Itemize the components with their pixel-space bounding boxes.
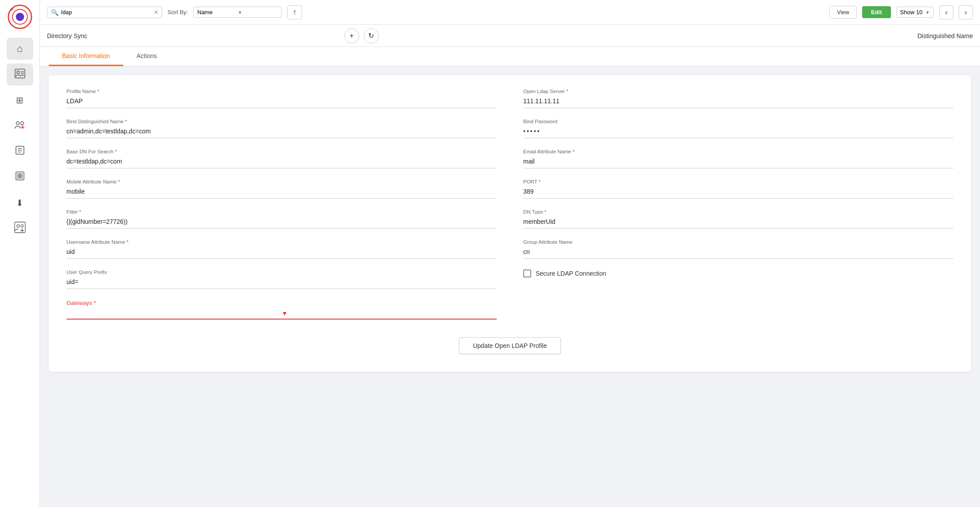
gateways-dropdown[interactable]: ▼ xyxy=(66,308,497,320)
group-attr-value: cn xyxy=(523,246,953,259)
group-attr-field: Group Attribute Name cn xyxy=(523,239,953,259)
secure-ldap-checkbox[interactable] xyxy=(523,269,531,277)
email-attr-value: mail xyxy=(523,156,953,168)
svg-point-6 xyxy=(17,71,19,74)
sub-header-actions: + ↻ xyxy=(344,28,379,43)
user-query-label: User Query Prefix xyxy=(66,269,497,275)
directory-sync-title: Directory Sync xyxy=(47,32,344,39)
show-select[interactable]: Show 10 ▼ xyxy=(896,7,934,18)
username-attr-label: Username Attribute Name * xyxy=(66,239,497,245)
svg-rect-21 xyxy=(18,176,19,178)
user-query-value: uid= xyxy=(66,277,497,289)
gateways-chevron-icon: ▼ xyxy=(282,310,497,317)
form-grid: Profile Name * LDAP Bind Distinguished N… xyxy=(66,89,953,320)
filter-field: Filter * (|(gidNumber=27726)) xyxy=(66,209,497,229)
open-ldap-label: Open Ldap Server * xyxy=(523,89,953,94)
reports-icon xyxy=(15,145,25,158)
bind-dn-field: Bind Distinguished Name * cn=admin,dc=te… xyxy=(66,119,497,138)
sidebar-item-settings[interactable] xyxy=(7,166,33,188)
sidebar: ⌂ ⊞ xyxy=(0,0,40,507)
username-attr-value: uid xyxy=(66,246,497,259)
dn-type-value: memberUid xyxy=(523,216,953,229)
refresh-button[interactable]: ↻ xyxy=(364,28,379,43)
gateways-label: Gateways * xyxy=(66,300,497,306)
form-right-column: Open Ldap Server * 111.11.11.11 Bind Pas… xyxy=(523,89,953,320)
svg-rect-19 xyxy=(18,174,19,176)
svg-rect-20 xyxy=(20,174,22,176)
sort-asc-icon: ↑ xyxy=(293,8,297,17)
profile-name-value: LDAP xyxy=(66,96,497,108)
next-button[interactable]: › xyxy=(959,5,973,20)
svg-point-25 xyxy=(21,225,23,227)
profile-name-label: Profile Name * xyxy=(66,89,497,94)
plus-icon: + xyxy=(350,32,354,40)
show-chevron-icon: ▼ xyxy=(925,10,930,15)
add-user-icon xyxy=(14,222,26,236)
gateways-section: Gateways * ▼ xyxy=(66,300,497,320)
sidebar-item-apps[interactable]: ⊞ xyxy=(7,89,33,111)
sort-by-label: Sort By: xyxy=(167,9,188,16)
sort-asc-button[interactable]: ↑ xyxy=(287,5,302,20)
tab-basic-information[interactable]: Basic Information xyxy=(49,47,123,66)
topbar: 🔍 × Sort By: Name ▼ ↑ View Edit Show 10 … xyxy=(40,0,980,25)
mobile-attr-field: Mobile Attribute Name * mobile xyxy=(66,179,497,199)
roles-icon xyxy=(14,119,26,133)
svg-rect-23 xyxy=(15,222,25,233)
svg-point-10 xyxy=(16,122,19,125)
sort-select[interactable]: Name ▼ xyxy=(193,7,282,18)
users-icon xyxy=(14,68,26,82)
tab-actions[interactable]: Actions xyxy=(123,47,170,66)
svg-point-24 xyxy=(17,225,19,227)
sidebar-item-reports[interactable] xyxy=(7,140,33,163)
bind-password-label: Bind Password xyxy=(523,119,953,124)
show-label: Show 10 xyxy=(900,9,923,16)
sidebar-item-users[interactable] xyxy=(7,63,33,86)
bind-dn-label: Bind Distinguished Name * xyxy=(66,119,497,124)
svg-rect-18 xyxy=(16,172,24,180)
next-icon: › xyxy=(964,8,967,16)
tabs-row: Basic Information Actions xyxy=(40,47,980,66)
settings-icon xyxy=(15,171,25,184)
mobile-attr-label: Mobile Attribute Name * xyxy=(66,179,497,184)
distinguished-name-title: Distinguished Name xyxy=(379,32,973,39)
open-ldap-field: Open Ldap Server * 111.11.11.11 xyxy=(523,89,953,108)
apps-icon: ⊞ xyxy=(16,95,23,105)
filter-label: Filter * xyxy=(66,209,497,214)
view-button[interactable]: View xyxy=(829,6,857,19)
search-box[interactable]: 🔍 × xyxy=(47,7,162,18)
main-area: 🔍 × Sort By: Name ▼ ↑ View Edit Show 10 … xyxy=(40,0,980,507)
dn-type-field: DN Type * memberUid xyxy=(523,209,953,229)
secure-ldap-label: Secure LDAP Connection xyxy=(536,270,606,277)
sidebar-item-home[interactable]: ⌂ xyxy=(7,38,33,60)
svg-point-3 xyxy=(18,15,22,19)
email-attr-label: Email Attribute Name * xyxy=(523,149,953,154)
open-ldap-value: 111.11.11.11 xyxy=(523,96,953,108)
secure-ldap-row: Secure LDAP Connection xyxy=(523,269,953,277)
edit-button[interactable]: Edit xyxy=(862,6,891,18)
port-field: PORT * 389 xyxy=(523,179,953,199)
group-attr-label: Group Attribute Name xyxy=(523,239,953,245)
search-input[interactable] xyxy=(61,9,154,16)
sidebar-item-download[interactable]: ⬇ xyxy=(7,192,33,214)
prev-button[interactable]: ‹ xyxy=(939,5,953,20)
download-icon: ⬇ xyxy=(16,198,23,208)
add-button[interactable]: + xyxy=(344,28,359,43)
prev-icon: ‹ xyxy=(945,8,947,16)
port-label: PORT * xyxy=(523,179,953,184)
base-dn-label: Base DN For Search * xyxy=(66,149,497,154)
clear-search-button[interactable]: × xyxy=(154,9,158,16)
email-attr-field: Email Attribute Name * mail xyxy=(523,149,953,168)
sort-value: Name xyxy=(197,9,237,16)
base-dn-value: dc=testldap,dc=com xyxy=(66,156,497,168)
home-icon: ⌂ xyxy=(17,43,23,55)
search-icon: 🔍 xyxy=(51,9,58,16)
sidebar-logo xyxy=(8,4,32,31)
sidebar-item-add-user[interactable] xyxy=(7,218,33,240)
bind-password-field: Bind Password ••••• xyxy=(523,119,953,138)
sidebar-item-roles[interactable] xyxy=(7,115,33,137)
bind-dn-value: cn=admin,dc=testldap,dc=com xyxy=(66,126,497,138)
update-button[interactable]: Update Open LDAP Profile xyxy=(459,337,560,354)
dn-type-label: DN Type * xyxy=(523,209,953,214)
base-dn-field: Base DN For Search * dc=testldap,dc=com xyxy=(66,149,497,168)
update-btn-wrap: Update Open LDAP Profile xyxy=(66,337,953,354)
